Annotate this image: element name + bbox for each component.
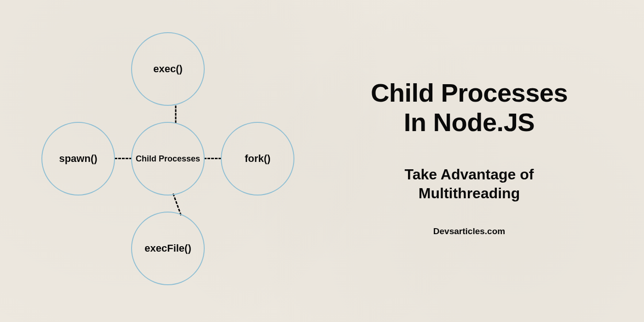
connector-left: [115, 158, 132, 159]
process-diagram: Child Processes exec() fork() execFile()…: [18, 28, 304, 304]
node-exec-label: exec(): [153, 63, 183, 75]
node-center: Child Processes: [131, 122, 205, 196]
node-execfile: execFile(): [131, 212, 205, 285]
node-center-label: Child Processes: [136, 154, 200, 164]
site-name: Devsarticles.com: [322, 226, 616, 236]
headline-block: Child Processes In Node.JS Take Advantag…: [322, 78, 616, 236]
title-line-2: In Node.JS: [404, 108, 535, 137]
node-exec: exec(): [131, 32, 205, 106]
subtitle-line-2: Multithreading: [419, 185, 520, 201]
title: Child Processes In Node.JS: [322, 78, 616, 138]
node-spawn-label: spawn(): [59, 153, 97, 165]
subtitle: Take Advantage of Multithreading: [322, 165, 616, 203]
node-execfile-label: execFile(): [144, 242, 191, 254]
node-fork-label: fork(): [245, 153, 270, 165]
node-spawn: spawn(): [41, 122, 115, 196]
title-line-1: Child Processes: [371, 78, 568, 107]
connector-right: [204, 158, 221, 159]
subtitle-line-1: Take Advantage of: [405, 166, 534, 183]
node-fork: fork(): [221, 122, 294, 196]
connector-top: [175, 106, 177, 123]
